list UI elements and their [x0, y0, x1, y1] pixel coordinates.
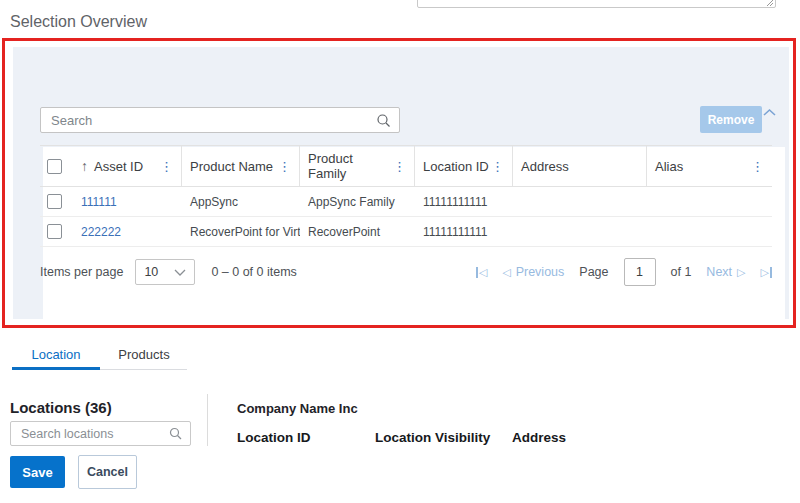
products-table: ↑ Asset ID ⋮ Product Name ⋮ Product Fami…: [40, 145, 772, 247]
save-button[interactable]: Save: [10, 456, 65, 488]
products-search-input[interactable]: [49, 112, 376, 129]
header-cell-asset-id[interactable]: ↑ Asset ID ⋮: [73, 146, 182, 186]
locations-search-input[interactable]: [19, 426, 169, 442]
company-name: Company Name Inc: [237, 401, 358, 416]
column-menu-icon[interactable]: ⋮: [393, 159, 406, 174]
tab-products[interactable]: Products: [100, 344, 188, 366]
address-cell: [513, 217, 647, 246]
section-divider: [207, 394, 208, 446]
tab-location[interactable]: Location: [12, 344, 100, 366]
page-number-input[interactable]: [624, 258, 656, 286]
page-label: Page: [579, 265, 608, 279]
pagination-range-text: 0 – 0 of 0 items: [211, 265, 296, 279]
column-label[interactable]: Address: [521, 159, 569, 174]
search-icon: [169, 427, 182, 440]
page-of-label: of 1: [671, 265, 692, 279]
column-label[interactable]: Asset ID: [94, 159, 143, 174]
header-cell-product-family[interactable]: Product Family ⋮: [300, 146, 415, 186]
products-search-box[interactable]: [40, 107, 400, 133]
row-checkbox[interactable]: [47, 224, 62, 239]
locations-search-box[interactable]: [10, 421, 191, 446]
product-family-cell: AppSync Family: [300, 187, 415, 216]
search-icon: [376, 113, 391, 128]
detail-column-location-visibility: Location Visibility: [375, 430, 490, 445]
table-header-row: ↑ Asset ID ⋮ Product Name ⋮ Product Fami…: [40, 145, 772, 187]
page: Selection Overview Products Remove ↑: [0, 0, 800, 503]
detail-column-location-id: Location ID: [237, 430, 311, 445]
remove-button[interactable]: Remove: [700, 106, 762, 133]
first-page-icon: ◁: [479, 267, 487, 278]
table-row: 222222 RecoverPoint for Virtu... Recover…: [40, 217, 772, 247]
comment-textarea[interactable]: [417, 0, 776, 8]
address-cell: [513, 187, 647, 216]
product-name-cell: RecoverPoint for Virtu...: [182, 217, 300, 246]
alias-cell: [647, 217, 772, 246]
items-per-page-select[interactable]: 10: [135, 259, 195, 285]
locations-heading: Locations (36): [10, 399, 112, 416]
cancel-button[interactable]: Cancel: [78, 455, 137, 489]
asset-id-link[interactable]: 222222: [81, 225, 121, 239]
previous-icon: ◁: [502, 267, 510, 278]
resize-handle-icon[interactable]: [765, 0, 773, 6]
pagination-nav: ◁ ◁ Previous Page of 1 Next ▷ ▷: [476, 258, 772, 286]
previous-page-button[interactable]: ◁ Previous: [502, 265, 564, 279]
products-panel: Products Remove ↑ Asset ID ⋮: [13, 47, 789, 319]
column-menu-icon[interactable]: ⋮: [751, 159, 764, 174]
select-all-checkbox[interactable]: [47, 159, 62, 174]
items-per-page-value: 10: [144, 265, 158, 279]
next-page-button[interactable]: Next ▷: [706, 265, 745, 279]
product-name-cell: AppSync: [182, 187, 300, 216]
column-menu-icon[interactable]: ⋮: [160, 159, 173, 174]
chevron-up-icon[interactable]: [762, 108, 777, 117]
column-menu-icon[interactable]: ⋮: [491, 159, 504, 174]
asset-id-link[interactable]: 111111: [81, 195, 117, 209]
table-row: 111111 AppSync AppSync Family 1111111111…: [40, 187, 772, 217]
header-cell-alias[interactable]: Alias ⋮: [647, 146, 772, 186]
header-cell-location-id[interactable]: Location ID ⋮: [415, 146, 513, 186]
pagination-bar: Items per page 10 0 – 0 of 0 items ◁ ◁ P…: [40, 256, 772, 288]
header-cell-select: [40, 146, 73, 186]
action-footer: Save Cancel: [0, 446, 800, 503]
column-label[interactable]: Product Family: [308, 151, 393, 181]
column-label[interactable]: Alias: [655, 159, 683, 174]
header-cell-product-name[interactable]: Product Name ⋮: [182, 146, 300, 186]
row-checkbox[interactable]: [47, 194, 62, 209]
last-page-icon: ▷: [761, 267, 769, 278]
location-id-cell: 11111111111: [415, 217, 513, 246]
alias-cell: [647, 187, 772, 216]
page-title: Selection Overview: [10, 13, 147, 31]
header-cell-address[interactable]: Address: [513, 146, 647, 186]
items-per-page-label: Items per page: [40, 265, 123, 279]
last-page-button[interactable]: ▷: [761, 267, 772, 278]
location-id-cell: 11111111111: [415, 187, 513, 216]
column-label[interactable]: Product Name: [190, 159, 273, 174]
next-label: Next: [706, 265, 732, 279]
column-menu-icon[interactable]: ⋮: [278, 159, 291, 174]
detail-column-address: Address: [512, 430, 566, 445]
chevron-down-icon: [174, 269, 186, 276]
next-icon: ▷: [737, 267, 745, 278]
product-family-cell: RecoverPoint: [300, 217, 415, 246]
previous-label: Previous: [516, 265, 565, 279]
column-label[interactable]: Location ID: [423, 159, 489, 174]
active-tab-indicator: [12, 367, 100, 370]
first-page-button[interactable]: ◁: [476, 267, 487, 278]
sort-ascending-icon[interactable]: ↑: [81, 158, 88, 174]
